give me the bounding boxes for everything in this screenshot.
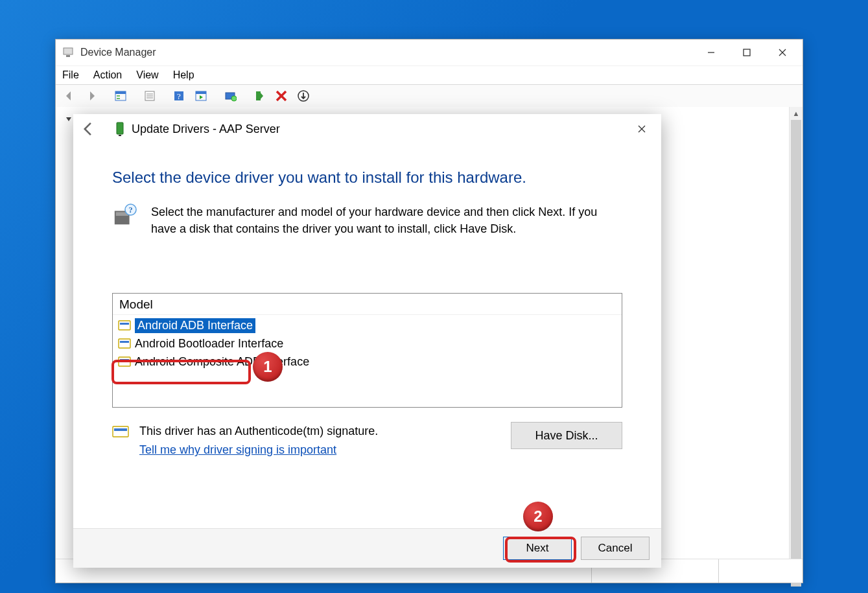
close-button[interactable] (764, 40, 800, 65)
svg-rect-39 (120, 359, 129, 361)
svg-text:?: ? (128, 205, 132, 215)
have-disk-button[interactable]: Have Disk... (511, 422, 622, 449)
nav-forward-button[interactable] (82, 87, 101, 105)
svg-rect-38 (119, 357, 130, 366)
minimize-button[interactable] (693, 40, 729, 65)
help-button[interactable]: ? (169, 87, 189, 105)
model-item-label: Android ADB Interface (135, 318, 255, 333)
svg-rect-1 (66, 55, 70, 57)
wizard-title: Update Drivers - AAP Server (132, 122, 280, 136)
svg-rect-40 (113, 426, 128, 437)
svg-rect-8 (117, 95, 120, 97)
hardware-help-icon: ? (112, 203, 137, 237)
driver-icon (118, 338, 131, 349)
svg-rect-36 (119, 339, 130, 348)
window-titlebar[interactable]: Device Manager (56, 40, 803, 65)
tree-collapse-icon[interactable] (65, 113, 73, 121)
update-driver-button[interactable] (220, 87, 240, 105)
menu-view[interactable]: View (136, 69, 158, 81)
svg-rect-35 (120, 323, 129, 325)
menu-file[interactable]: File (62, 69, 79, 81)
svg-rect-37 (120, 341, 129, 343)
maximize-button[interactable] (729, 40, 764, 65)
menubar: File Action View Help (56, 65, 803, 84)
update-drivers-wizard: Update Drivers - AAP Server Select the d… (73, 114, 661, 568)
model-item-label: Android Composite ADB Interface (135, 355, 309, 369)
nav-back-button[interactable] (60, 87, 79, 105)
menu-action[interactable]: Action (93, 69, 122, 81)
model-item-adb-interface[interactable]: Android ADB Interface (117, 316, 618, 334)
wizard-footer: Next Cancel (73, 528, 661, 568)
menu-help[interactable]: Help (173, 69, 194, 81)
device-manager-icon (62, 47, 74, 58)
svg-point-20 (231, 96, 237, 101)
toolbar: ? (56, 84, 803, 108)
svg-text:?: ? (177, 91, 181, 101)
svg-rect-3 (744, 49, 750, 56)
signature-icon (112, 424, 129, 439)
add-legacy-hardware-button[interactable] (294, 87, 313, 105)
signature-text: This driver has an Authenticode(tm) sign… (139, 424, 378, 438)
properties-button[interactable] (140, 87, 159, 105)
wizard-heading: Select the device driver you want to ins… (112, 169, 622, 187)
svg-rect-41 (114, 428, 127, 431)
vertical-scrollbar[interactable]: ▲ ▼ (789, 107, 803, 583)
model-list-box: Model Android ADB Interface Android Boot… (112, 293, 622, 408)
svg-rect-25 (117, 122, 123, 134)
wizard-back-button[interactable] (80, 121, 97, 137)
model-column-header[interactable]: Model (113, 294, 622, 315)
next-button[interactable]: Next (503, 537, 572, 560)
driver-icon (118, 320, 131, 331)
svg-rect-17 (196, 91, 206, 94)
device-icon (115, 121, 125, 137)
wizard-header: Update Drivers - AAP Server (73, 114, 661, 144)
model-item-composite-adb-interface[interactable]: Android Composite ADB Interface (117, 353, 618, 371)
svg-rect-0 (64, 48, 73, 54)
scroll-thumb[interactable] (791, 120, 801, 587)
scan-hardware-button[interactable] (191, 87, 211, 105)
cancel-button[interactable]: Cancel (581, 537, 650, 560)
signature-help-link[interactable]: Tell me why driver signing is important (139, 443, 336, 457)
show-hide-tree-button[interactable] (111, 87, 130, 105)
window-title: Device Manager (80, 47, 156, 58)
driver-icon (118, 356, 131, 367)
model-item-label: Android Bootloader Interface (135, 337, 283, 351)
wizard-instruction-text: Select the manufacturer and model of you… (151, 203, 622, 237)
svg-rect-9 (117, 98, 120, 99)
uninstall-device-button[interactable] (250, 87, 269, 105)
model-item-bootloader-interface[interactable]: Android Bootloader Interface (117, 334, 618, 353)
svg-rect-7 (115, 91, 126, 94)
scroll-up-arrow[interactable]: ▲ (790, 107, 803, 120)
model-list: Android ADB Interface Android Bootloader… (113, 315, 622, 372)
svg-rect-34 (119, 321, 130, 330)
disable-device-button[interactable] (272, 87, 291, 105)
svg-rect-26 (119, 135, 121, 136)
wizard-close-button[interactable] (629, 116, 655, 142)
